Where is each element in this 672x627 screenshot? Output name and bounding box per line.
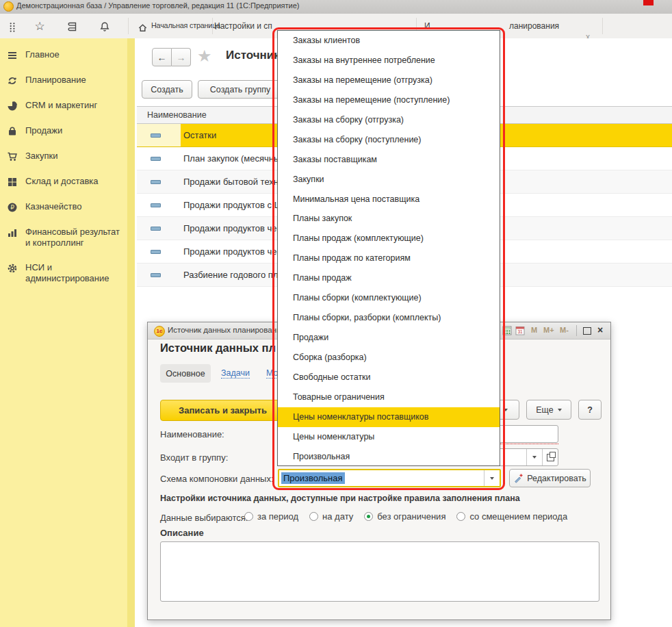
data-selection-label: Данные выбираются: — [160, 513, 248, 523]
sidebar-item[interactable]: Планирование — [0, 73, 127, 99]
sidebar-item[interactable]: НСИ и администрирование — [0, 261, 127, 296]
radio-option[interactable]: за период — [244, 511, 298, 522]
sidebar-item[interactable]: Закупки — [0, 149, 127, 175]
modal-title: Источник данных планировани: — [168, 326, 283, 334]
radio-option[interactable]: со смещением периода — [456, 511, 567, 522]
favorite-star-icon[interactable]: ★ — [197, 47, 212, 66]
svg-text:31: 31 — [517, 329, 523, 334]
window-title: Демонстрационная база / Управление торго… — [16, 1, 299, 10]
radio-option[interactable]: на дату — [309, 511, 353, 522]
sidebar-item-label: Продажи — [25, 125, 62, 136]
dropdown-item[interactable]: Заказы на внутреннее потребление — [278, 51, 500, 71]
create-button[interactable]: Создать — [142, 80, 192, 99]
dropdown-item[interactable]: Планы сборки, разборки (комплекты) — [278, 308, 500, 328]
window-titlebar: Демонстрационная база / Управление торго… — [0, 0, 672, 14]
tab-separator — [212, 18, 213, 34]
tab-settings[interactable]: Настройки и сп — [214, 21, 272, 31]
close-icon[interactable]: × — [597, 324, 603, 335]
dcs-field-label: Схема компоновки данных: — [160, 474, 274, 484]
modal-1c-icon: 1c — [154, 326, 165, 337]
help-button[interactable]: ? — [578, 400, 602, 420]
radio-label: без ограничения — [377, 511, 445, 522]
tab-home[interactable]: Начальная страница — [151, 21, 220, 29]
dropdown-item[interactable]: Заказы на сборку (отгрузка) — [278, 110, 500, 130]
dropdown-item[interactable]: Сборка (разборка) — [278, 348, 500, 368]
dropdown-item[interactable]: Произвольная — [278, 447, 500, 467]
calendar-icon[interactable]: 31 — [515, 326, 525, 337]
item-dash-icon — [151, 273, 161, 277]
home-icon[interactable] — [135, 21, 149, 34]
sidebar-item-label: НСИ и администрирование — [25, 262, 123, 284]
memory-m-button[interactable]: M — [531, 326, 537, 334]
modal-tab-tasks[interactable]: Задачи — [221, 368, 250, 379]
chevron-down-icon — [558, 409, 562, 411]
sidebar-item[interactable]: Продажи — [0, 124, 127, 149]
dropdown-item[interactable]: Заказы на перемещение (отгрузка) — [278, 71, 500, 90]
sidebar-item-icon — [7, 75, 19, 88]
item-dash-icon — [151, 133, 161, 138]
modal-heading: Источник данных пл — [160, 342, 276, 355]
dropdown-item[interactable]: Заказы на перемещение (поступление) — [278, 90, 500, 110]
memory-m-plus-button[interactable]: M+ — [543, 326, 554, 334]
dropdown-item[interactable]: Продажи — [278, 328, 500, 348]
sidebar-item[interactable]: Склад и доставка — [0, 175, 127, 200]
radio-label: за период — [257, 511, 298, 522]
application-window: Демонстрационная база / Управление торго… — [0, 0, 672, 627]
notifications-bell-icon[interactable] — [98, 20, 112, 34]
edit-dcs-button[interactable]: Редактировать — [509, 469, 591, 487]
dropdown-item[interactable]: Планы закупок — [278, 209, 500, 229]
radio-label: со смещением периода — [469, 511, 567, 522]
group-dropdown-arrow-icon[interactable] — [526, 449, 542, 465]
dropdown-item[interactable]: Заказы клиентов — [278, 31, 500, 51]
back-button[interactable]: ← — [152, 48, 172, 66]
dropdown-item[interactable]: Планы продаж (комплектующие) — [278, 229, 500, 248]
row-name: Продажи продуктов чер — [183, 223, 282, 233]
magic-wand-icon — [513, 473, 524, 483]
dropdown-item[interactable]: Минимальная цена поставщика — [278, 190, 500, 209]
tab-sources-fragment-left[interactable]: И — [424, 21, 430, 31]
radio-circle-icon — [364, 512, 373, 521]
modal-tab-main[interactable]: Основное — [160, 364, 211, 383]
sidebar-item[interactable]: CRM и маркетинг — [0, 99, 127, 124]
group-open-icon[interactable] — [542, 449, 558, 465]
dcs-combo-input[interactable]: Произвольная — [278, 469, 501, 487]
chevron-down-icon — [504, 409, 508, 411]
tab-sources[interactable]: ланирования — [509, 21, 559, 31]
dropdown-item[interactable]: Заказы поставщикам — [278, 150, 500, 170]
sidebar-item[interactable]: Финансовый результат и контроллинг — [0, 225, 127, 261]
item-dash-icon — [151, 203, 161, 207]
dcs-combo-value: Произвольная — [281, 472, 345, 484]
item-dash-icon — [151, 180, 161, 184]
sidebar-item-icon — [7, 151, 19, 164]
history-icon[interactable] — [66, 20, 79, 34]
memory-m-minus-button[interactable]: M- — [560, 326, 569, 334]
sidebar-item-icon — [7, 50, 19, 62]
description-textarea[interactable] — [160, 541, 599, 602]
edit-dcs-label: Редактировать — [527, 474, 586, 483]
dcs-dropdown-arrow-icon[interactable] — [484, 470, 500, 486]
save-and-close-button[interactable]: Записать и закрыть — [160, 400, 285, 421]
radio-option[interactable]: без ограничения — [364, 511, 445, 522]
more-button[interactable]: Еще — [526, 400, 571, 420]
description-label: Описание — [160, 528, 204, 538]
dropdown-item[interactable]: Свободные остатки — [278, 368, 500, 387]
favorites-star-icon[interactable]: ☆ — [33, 20, 47, 34]
forward-button[interactable]: → — [172, 48, 191, 66]
maximize-icon[interactable] — [583, 327, 591, 335]
section-note: Настройки источника данных, доступные пр… — [160, 494, 520, 503]
dropdown-item[interactable]: Планы сборки (комплектующие) — [278, 288, 500, 308]
dropdown-item[interactable]: Планы продаж — [278, 268, 500, 288]
dropdown-item[interactable]: Планы продаж по категориям — [278, 248, 500, 268]
sidebar-item[interactable]: Главное — [0, 48, 127, 73]
dropdown-item[interactable]: Закупки — [278, 170, 500, 190]
dropdown-item[interactable]: Цены номенклатуры поставщиков — [278, 407, 500, 427]
apps-menu-icon[interactable] — [5, 20, 19, 34]
radio-label: на дату — [322, 511, 353, 522]
sidebar-item[interactable]: ₽ Казначейство — [0, 200, 127, 225]
dropdown-item[interactable]: Заказы на сборку (поступление) — [278, 130, 500, 150]
dropdown-item[interactable]: Цены номенклатуры — [278, 427, 500, 447]
calculator-icon[interactable] — [502, 326, 512, 337]
dropdown-item[interactable]: Товарные ограничения — [278, 387, 500, 407]
create-group-button[interactable]: Создать группу — [198, 80, 283, 99]
more-button-label: Еще — [536, 405, 553, 415]
